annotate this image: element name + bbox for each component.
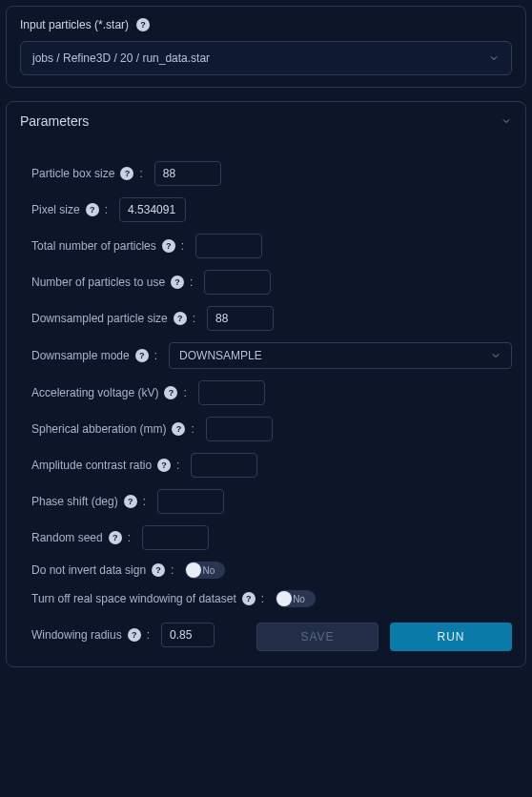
help-icon[interactable]: ? — [124, 495, 137, 508]
input-particles-panel: Input particles (*.star) ? jobs / Refine… — [6, 6, 526, 88]
help-icon[interactable]: ? — [174, 312, 187, 325]
label-spherical-ab: Spherical abberation (mm) — [31, 422, 166, 436]
chevron-down-icon — [490, 350, 501, 361]
row-num-to-use: Number of particles to use ? : — [31, 270, 512, 295]
row-random-seed: Random seed ? : — [31, 525, 512, 550]
input-random-seed[interactable] — [142, 525, 209, 550]
label-windowing-radius: Windowing radius — [31, 628, 122, 642]
help-icon[interactable]: ? — [172, 422, 185, 436]
input-particles-select[interactable]: jobs / Refine3D / 20 / run_data.star — [20, 41, 512, 75]
input-particles-path: jobs / Refine3D / 20 / run_data.star — [32, 51, 210, 65]
input-particles-label: Input particles (*.star) — [20, 18, 129, 31]
row-particle-box-size: Particle box size ? : — [31, 161, 512, 186]
row-windowing-radius: Windowing radius ? : SAVE RUN — [31, 619, 512, 651]
run-button[interactable]: RUN — [390, 623, 512, 651]
toggle-knob — [186, 562, 201, 578]
label-total-particles: Total number of particles — [31, 239, 156, 253]
label-pixel-size: Pixel size — [31, 203, 80, 216]
save-button[interactable]: SAVE — [256, 623, 379, 651]
label-amp-contrast: Amplitude contrast ratio — [31, 459, 152, 472]
input-spherical-ab[interactable] — [206, 417, 273, 441]
chevron-down-icon — [501, 115, 512, 127]
help-icon[interactable]: ? — [171, 276, 184, 289]
help-icon[interactable]: ? — [162, 239, 175, 253]
help-icon[interactable]: ? — [128, 628, 141, 642]
label-particle-box-size: Particle box size — [31, 167, 114, 180]
row-downsample-mode: Downsample mode ? : DOWNSAMPLE — [31, 342, 512, 369]
select-downsample-mode[interactable]: DOWNSAMPLE — [169, 342, 512, 369]
row-no-invert-sign: Do not invert data sign ? : No — [31, 562, 512, 579]
row-amp-contrast: Amplitude contrast ratio ? : — [31, 453, 512, 478]
toggle-turn-off-window[interactable]: No — [276, 590, 316, 607]
help-icon[interactable]: ? — [136, 18, 150, 31]
chevron-down-icon — [488, 52, 500, 64]
input-downsampled-size[interactable] — [207, 306, 274, 331]
input-pixel-size[interactable] — [119, 197, 186, 222]
label-downsampled-size: Downsampled particle size — [31, 312, 168, 325]
help-icon[interactable]: ? — [242, 592, 256, 605]
label-phase-shift: Phase shift (deg) — [31, 495, 118, 508]
toggle-no-invert-sign-text: No — [202, 565, 215, 576]
label-random-seed: Random seed — [31, 531, 103, 544]
select-downsample-mode-value: DOWNSAMPLE — [179, 349, 262, 362]
help-icon[interactable]: ? — [152, 563, 165, 577]
row-total-particles: Total number of particles ? : — [31, 234, 512, 258]
help-icon[interactable]: ? — [157, 459, 171, 472]
toggle-no-invert-sign[interactable]: No — [185, 562, 225, 579]
parameters-header[interactable]: Parameters — [20, 113, 512, 129]
input-particle-box-size[interactable] — [154, 161, 221, 186]
row-turn-off-window: Turn off real space windowing of dataset… — [31, 590, 512, 607]
parameters-panel: Parameters Particle box size ? : Pixel s… — [6, 101, 526, 667]
row-pixel-size: Pixel size ? : — [31, 197, 512, 222]
toggle-turn-off-window-text: No — [293, 594, 305, 604]
label-downsample-mode: Downsample mode — [31, 349, 130, 362]
help-icon[interactable]: ? — [164, 386, 177, 399]
input-num-to-use[interactable] — [204, 270, 271, 295]
parameters-title: Parameters — [20, 113, 89, 129]
row-downsampled-size: Downsampled particle size ? : — [31, 306, 512, 331]
input-amp-contrast[interactable] — [191, 453, 257, 478]
label-num-to-use: Number of particles to use — [31, 276, 165, 289]
row-spherical-ab: Spherical abberation (mm) ? : — [31, 417, 512, 441]
row-accel-voltage: Accelerating voltage (kV) ? : — [31, 380, 512, 405]
help-icon[interactable]: ? — [120, 167, 133, 180]
help-icon[interactable]: ? — [109, 531, 122, 544]
input-accel-voltage[interactable] — [198, 380, 265, 405]
input-windowing-radius[interactable] — [161, 623, 215, 647]
help-icon[interactable]: ? — [135, 349, 149, 362]
label-turn-off-window: Turn off real space windowing of dataset — [31, 592, 236, 605]
input-total-particles[interactable] — [195, 234, 262, 258]
label-accel-voltage: Accelerating voltage (kV) — [31, 386, 158, 399]
toggle-knob — [276, 591, 292, 606]
help-icon[interactable]: ? — [86, 203, 99, 216]
label-no-invert-sign: Do not invert data sign — [31, 563, 146, 577]
input-phase-shift[interactable] — [157, 489, 224, 514]
row-phase-shift: Phase shift (deg) ? : — [31, 489, 512, 514]
